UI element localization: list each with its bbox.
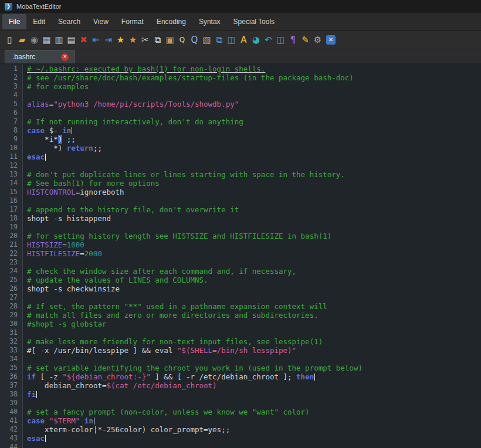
code-line[interactable]: 30#shopt -s globstar [0,320,481,328]
line-number[interactable]: 7 [0,117,23,126]
editor[interactable]: 1# ~/.bashrc: executed by bash(1) for no… [0,63,481,448]
pilcrow-icon[interactable]: ¶ [287,33,299,46]
code-line[interactable]: 38fi [0,390,481,399]
apple-icon[interactable]: ◕ [250,33,262,46]
line-number[interactable]: 15 [0,188,23,196]
tab-bashrc[interactable]: .bashrc✕ [5,50,75,63]
line-number[interactable]: 1 [0,65,23,73]
line-number[interactable]: 39 [0,399,23,408]
bookmark-icon[interactable]: ★ [114,33,127,46]
menu-item-file[interactable]: File [2,14,26,29]
line-number[interactable]: 22 [0,249,23,258]
code-line[interactable]: 19 [0,223,481,232]
line-number[interactable]: 14 [0,179,23,188]
code-line[interactable]: 9 *i*) ;; [0,135,481,144]
code-line[interactable]: 1# ~/.bashrc: executed by bash(1) for no… [0,65,481,73]
code-line[interactable]: 3# for examples [0,82,481,91]
window-list-icon[interactable]: ◫ [225,33,238,46]
search-icon[interactable]: Q [176,33,188,46]
line-number[interactable]: 33 [0,346,23,355]
open-disc-icon[interactable]: ◉ [28,33,40,46]
line-number[interactable]: 43 [0,434,23,443]
line-number[interactable]: 11 [0,152,23,161]
line-number[interactable]: 28 [0,302,23,311]
line-number[interactable]: 35 [0,364,23,372]
code-line[interactable]: 42 xterm-color|*-256color) color_prompt=… [0,425,481,434]
line-number[interactable]: 17 [0,205,23,214]
indent-icon[interactable]: ⇥ [102,33,114,46]
line-number[interactable]: 16 [0,196,23,205]
code-line[interactable]: 18shopt -s histappend [0,214,481,223]
line-number[interactable]: 40 [0,408,23,416]
line-number[interactable]: 37 [0,381,23,390]
line-number[interactable]: 30 [0,320,23,328]
code-line[interactable]: 24# check the window size after each com… [0,267,481,276]
line-number[interactable]: 29 [0,311,23,320]
line-number[interactable]: 10 [0,144,23,152]
line-number[interactable]: 44 [0,443,23,448]
code-line[interactable]: 43esac [0,434,481,443]
line-number[interactable]: 25 [0,276,23,284]
line-number[interactable]: 36 [0,372,23,381]
code-line[interactable]: 5alias="python3 /home/pi/scripts/Tools/s… [0,100,481,108]
code-line[interactable]: 7# If not running interactively, don't d… [0,117,481,126]
code-line[interactable]: 34 [0,355,481,364]
code-line[interactable]: 37 debian_chroot=$(cat /etc/debian_chroo… [0,381,481,390]
code-line[interactable]: 16 [0,196,481,205]
find-next-icon[interactable]: Q [188,33,201,46]
line-number[interactable]: 26 [0,284,23,293]
code-line[interactable]: 20# for setting history length see HISTS… [0,232,481,240]
line-number[interactable]: 27 [0,293,23,302]
code-line[interactable]: 10 *) return;; [0,144,481,152]
code-line[interactable]: 26shopt -s checkwinsize [0,284,481,293]
code-line[interactable]: 25# update the values of LINES and COLUM… [0,276,481,284]
code-line[interactable]: 6 [0,108,481,117]
code-line[interactable]: 13# don't put duplicate lines or lines s… [0,170,481,179]
open-folder-icon[interactable]: ▰ [16,33,28,46]
line-number[interactable]: 12 [0,161,23,170]
code-line[interactable]: 22HISTFILESIZE=2000 [0,249,481,258]
settings-gear-icon[interactable]: ⚙ [311,33,324,46]
undo-icon[interactable]: ↶ [262,33,275,46]
unindent-icon[interactable]: ⇤ [90,33,102,46]
code-line[interactable]: 11esac [0,152,481,161]
split-columns-icon[interactable]: ◫ [275,33,287,46]
code-line[interactable]: 4 [0,91,481,100]
edit-pencil-icon[interactable]: ✎ [299,33,311,46]
line-number[interactable]: 5 [0,100,23,108]
code-line[interactable]: 28# If set, the pattern "**" used in a p… [0,302,481,311]
close-file-icon[interactable]: ✖ [77,33,90,46]
code-line[interactable]: 35# set variable identifying the chroot … [0,364,481,372]
cut-icon[interactable]: ✂ [139,33,151,46]
line-number[interactable]: 41 [0,416,23,425]
save-all-icon[interactable]: ▥ [53,33,65,46]
line-number[interactable]: 3 [0,82,23,91]
code-line[interactable]: 39 [0,399,481,408]
print-icon[interactable]: ▤ [65,33,77,46]
code-line[interactable]: 36if [ -z "${debian_chroot:-}" ] && [ -r… [0,372,481,381]
menu-item-special-tools[interactable]: Special Tools [227,14,282,29]
code-line[interactable]: 32# make less more friendly for non-text… [0,337,481,346]
code-line[interactable]: 21HISTSIZE=1000 [0,240,481,249]
line-number[interactable]: 9 [0,135,23,144]
line-number[interactable]: 20 [0,232,23,240]
line-number[interactable]: 32 [0,337,23,346]
line-number[interactable]: 23 [0,258,23,267]
line-number[interactable]: 8 [0,126,23,135]
line-number[interactable]: 18 [0,214,23,223]
menu-item-encoding[interactable]: Encoding [150,14,192,29]
copy-icon[interactable]: ⧉ [151,33,164,46]
code-line[interactable]: 8case $- in [0,126,481,135]
new-file-icon[interactable]: ▯ [4,33,16,46]
code-line[interactable]: 44 [0,443,481,448]
paste-icon[interactable]: ▣ [164,33,176,46]
code-line[interactable]: 17# append to the history file, don't ov… [0,205,481,214]
menu-item-view[interactable]: View [87,14,115,29]
code-line[interactable]: 33#[ -x /usr/bin/lesspipe ] && eval "$(S… [0,346,481,355]
menu-item-edit[interactable]: Edit [26,14,52,29]
code-line[interactable]: 2# see /usr/share/doc/bash/examples/star… [0,73,481,82]
next-bookmark-icon[interactable]: ★ [127,33,139,46]
line-number[interactable]: 13 [0,170,23,179]
exit-icon[interactable]: ✕ [326,35,336,45]
menu-item-search[interactable]: Search [52,14,87,29]
